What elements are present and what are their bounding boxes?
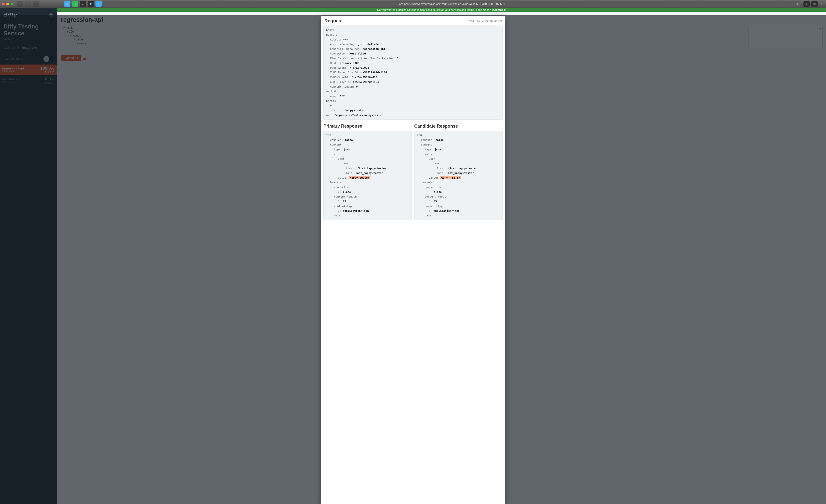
resp-key: 0: <box>429 190 432 194</box>
req-header-key: Connection: <box>330 52 348 55</box>
resp-name-label: name <box>433 162 439 165</box>
candidate-response-heading: Candidate Response <box>414 124 503 129</box>
sidebar-toggle-button[interactable]: ◫ <box>33 1 39 7</box>
resp-conn-label: connection <box>425 186 441 189</box>
modal-overlay[interactable]: Request Sep 26, 2020 8:50 PM body: heade… <box>0 15 826 504</box>
resp-name-label: name <box>342 162 348 165</box>
req-header-key: Host: <box>330 62 338 65</box>
resp-status: 200 <box>417 134 422 137</box>
req-header-key: content-length: <box>330 85 354 88</box>
resp-key: 0: <box>338 209 341 212</box>
nav-forward-button[interactable]: 〉 <box>25 1 31 7</box>
diff-modal: Request Sep 26, 2020 8:50 PM body: heade… <box>321 16 505 504</box>
primary-response-panel: 200chunked: falsecontenttype: jsonvalueu… <box>323 131 412 220</box>
promo-banner[interactable]: Do you want to organize all your compari… <box>57 8 826 12</box>
address-bar[interactable]: localhost:3000/#/ep/regression-api/resul… <box>103 1 800 7</box>
resp-diff-value: HAPPY-TESTER <box>440 176 460 179</box>
req-header-key: Accept-Encoding: <box>330 43 356 46</box>
minimize-window-button[interactable] <box>6 3 9 5</box>
nav-back-button[interactable]: 〈 <box>17 1 23 7</box>
req-header-key: Accept: <box>330 38 341 41</box>
req-header-val: gzip, deflate <box>358 43 379 46</box>
ext-pocket-icon[interactable]: ⌄ <box>80 1 86 7</box>
ext-app-icon[interactable]: ✦ <box>96 1 102 7</box>
resp-key: chunked: <box>330 138 343 141</box>
resp-headers-label: headers <box>421 181 432 184</box>
req-params-index: 0 <box>330 104 332 107</box>
resp-val: last_happy-tester <box>356 172 383 175</box>
resp-val: json <box>344 148 350 151</box>
req-header-val: keep-alive <box>349 52 366 55</box>
resp-diff-value: happy-tester <box>349 176 369 179</box>
req-uri-v: /regression?value=happy-tester <box>334 114 383 117</box>
req-method-name-v: GET <box>340 95 345 98</box>
resp-val: false <box>435 138 444 141</box>
promo-text-post: ! <box>505 8 506 11</box>
resp-value-label: value <box>425 152 433 156</box>
ext-toggle-icon[interactable]: ◐ <box>87 1 94 7</box>
resp-key: last: <box>346 172 354 175</box>
resp-ctype-label: content-type <box>425 205 444 208</box>
req-method-label: method <box>326 90 336 93</box>
resp-clen-label: content-length <box>425 195 448 198</box>
req-header-val: fbaf6ecf5828ad18 <box>351 76 377 79</box>
candidate-response-panel: 200chunked: falsecontenttype: jsonvalueu… <box>414 131 503 220</box>
request-timestamp: Sep 26, 2020 8:50 PM <box>469 19 501 22</box>
resp-key: first: <box>346 167 356 170</box>
resp-conn-label: connection <box>334 186 350 189</box>
ext-green-icon[interactable]: ● <box>72 1 78 7</box>
window-traffic-lights <box>2 3 13 5</box>
resp-user-label: user <box>429 157 435 161</box>
resp-status: 200 <box>326 134 331 137</box>
ext-highlight-icon[interactable]: ◉ <box>64 1 70 7</box>
req-params-label: params <box>326 100 336 103</box>
req-header-val: 4e58629962de1164 <box>361 71 387 74</box>
req-header-key: X-B3-TraceId: <box>330 80 351 84</box>
req-method-name-k: name: <box>330 95 338 98</box>
req-params-value-k: value: <box>334 109 344 112</box>
resp-val: application/json <box>343 209 369 212</box>
share-icon[interactable]: ⇪ <box>804 1 810 7</box>
promo-link[interactable]: Isotope <box>495 8 505 11</box>
browser-chrome: 〈 〉 ◫ ◉ ● ⌄ ◐ ✦ localhost:3000/#/ep/regr… <box>0 0 826 8</box>
req-header-val: */* <box>343 38 348 41</box>
resp-val: last_happy-tester <box>447 172 474 175</box>
req-header-val: HTTPie/1.0.3 <box>349 66 369 69</box>
resp-user-label: user <box>338 157 345 161</box>
req-headers-label: headers <box>326 33 338 36</box>
resp-val: application/json <box>433 209 460 212</box>
resp-val: close <box>343 190 351 194</box>
req-header-key: Finagle-Ctx-com.twitter.finagle.Retries: <box>330 57 395 60</box>
resp-content-label: content <box>421 143 432 146</box>
resp-val: first_happy-tester <box>448 167 477 170</box>
address-bar-url: localhost:3000/#/ep/regression-api/resul… <box>399 2 505 5</box>
resp-key: chunked: <box>421 138 434 141</box>
resp-ctype-label: content-type <box>334 205 353 208</box>
new-tab-button[interactable]: ＋ <box>819 2 824 6</box>
req-header-key: X-B3-SpanId: <box>330 76 349 79</box>
resp-key: type: <box>425 148 433 151</box>
resp-key: value: <box>429 176 438 179</box>
resp-val: 99 <box>343 200 346 203</box>
req-header-val: regression-api <box>362 47 385 51</box>
resp-key: 0: <box>338 200 341 203</box>
resp-val: close <box>433 190 442 194</box>
req-uri-k: uri: <box>326 114 333 117</box>
resp-val: json <box>434 148 441 151</box>
req-header-key: X-B3-ParentSpanId: <box>330 71 359 74</box>
close-window-button[interactable] <box>2 3 5 5</box>
resp-key: 0: <box>429 209 432 212</box>
resp-key: 0: <box>338 190 341 194</box>
request-panel: body: headers Accept: */*Accept-Encoding… <box>323 25 503 120</box>
request-heading: Request <box>324 18 343 23</box>
resp-value-label: value <box>334 152 342 156</box>
resp-val: 99 <box>433 200 437 203</box>
resp-key: last: <box>436 172 445 175</box>
resp-key: value: <box>338 176 348 179</box>
resp-val: false <box>345 138 353 141</box>
reload-icon[interactable]: ⟳ <box>796 2 799 6</box>
resp-val: first_happy-tester <box>357 167 386 170</box>
maximize-window-button[interactable] <box>11 3 13 5</box>
resp-key: 0: <box>429 200 432 203</box>
tabs-overview-icon[interactable]: ⧉ <box>811 1 818 7</box>
